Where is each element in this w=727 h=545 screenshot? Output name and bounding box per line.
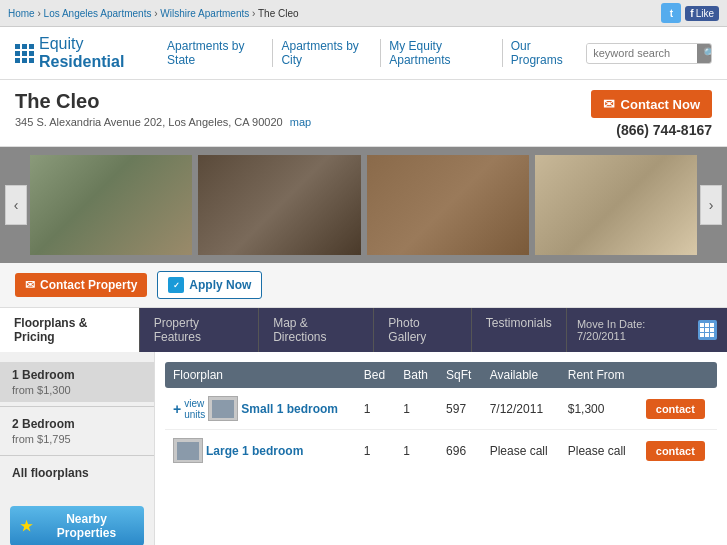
tab-map[interactable]: Map & Directions bbox=[259, 308, 374, 352]
row2-floorplan: Large 1 bedroom bbox=[165, 430, 356, 472]
search-input[interactable] bbox=[587, 44, 697, 62]
main-content: 1 Bedroom from $1,300 2 Bedroom from $1,… bbox=[0, 352, 727, 545]
tab-testimonials[interactable]: Testimonials bbox=[472, 308, 567, 352]
move-in-label: Move In Date: 7/20/2011 bbox=[577, 318, 693, 342]
row1-bed: 1 bbox=[356, 388, 395, 430]
unit-thumb-2 bbox=[173, 438, 203, 463]
action-buttons-bar: ✉ Contact Property ✓ Apply Now bbox=[0, 263, 727, 308]
floorplans-table: Floorplan Bed Bath SqFt Available Rent F… bbox=[165, 362, 717, 471]
nav-by-city[interactable]: Apartments by City bbox=[273, 39, 381, 67]
sidebar-1bed[interactable]: 1 Bedroom from $1,300 bbox=[0, 362, 154, 402]
table-row: Large 1 bedroom 1 1 696 Please call Plea… bbox=[165, 430, 717, 472]
breadcrumb-wilshire[interactable]: Wilshire Apartments bbox=[160, 8, 249, 19]
logo: Equity Residential bbox=[15, 35, 159, 71]
sidebar-all-floorplans[interactable]: All floorplans bbox=[0, 460, 154, 488]
row1-bath: 1 bbox=[395, 388, 438, 430]
row2-rent: Please call bbox=[560, 430, 638, 472]
plus-icon-1[interactable]: + bbox=[173, 401, 181, 417]
row2-bath: 1 bbox=[395, 430, 438, 472]
nav-by-state[interactable]: Apartments by State bbox=[159, 39, 273, 67]
row2-available: Please call bbox=[482, 430, 560, 472]
nearby-label: Nearby Properties bbox=[39, 512, 134, 540]
floorplan-link-2[interactable]: Large 1 bedroom bbox=[206, 444, 303, 458]
breadcrumb-current: The Cleo bbox=[258, 8, 299, 19]
star-icon: ★ bbox=[20, 518, 33, 534]
gallery-photo-4[interactable] bbox=[535, 155, 697, 255]
gallery-prev-button[interactable]: ‹ bbox=[5, 185, 27, 225]
top-bar: Home › Los Angeles Apartments › Wilshire… bbox=[0, 0, 727, 27]
nearby-properties-button[interactable]: ★ Nearby Properties bbox=[10, 506, 144, 545]
facebook-f: f bbox=[690, 8, 693, 19]
sidebar-1bed-price: from $1,300 bbox=[12, 384, 142, 396]
sidebar-2bed-title: 2 Bedroom bbox=[12, 417, 142, 431]
view-units-1: + viewunits Small 1 bedroom bbox=[173, 396, 348, 421]
contact-button-1[interactable]: contact bbox=[646, 399, 705, 419]
view-units-2: Large 1 bedroom bbox=[173, 438, 348, 463]
property-info: The Cleo 345 S. Alexandria Avenue 202, L… bbox=[15, 90, 311, 128]
nav-my-equity[interactable]: My Equity Apartments bbox=[381, 39, 503, 67]
floorplan-link-1[interactable]: Small 1 bedroom bbox=[241, 402, 338, 416]
gallery-next-button[interactable]: › bbox=[700, 185, 722, 225]
view-label-1: viewunits bbox=[184, 398, 205, 420]
tab-floorplans[interactable]: Floorplans & Pricing bbox=[0, 308, 140, 352]
table-row: + viewunits Small 1 bedroom 1 1 597 7/12… bbox=[165, 388, 717, 430]
sidebar-divider-2 bbox=[0, 455, 154, 456]
nav-programs[interactable]: Our Programs bbox=[503, 39, 586, 67]
calendar-icon[interactable] bbox=[698, 320, 717, 340]
contact-property-button[interactable]: ✉ Contact Property bbox=[15, 273, 147, 297]
col-available: Available bbox=[482, 362, 560, 388]
phone-number: (866) 744-8167 bbox=[591, 122, 712, 138]
facebook-like-button[interactable]: f Like bbox=[685, 6, 719, 21]
gallery-photo-2[interactable] bbox=[198, 155, 360, 255]
sidebar-divider-1 bbox=[0, 406, 154, 407]
col-bed: Bed bbox=[356, 362, 395, 388]
site-header: Equity Residential Apartments by State A… bbox=[0, 27, 727, 80]
breadcrumb-home[interactable]: Home bbox=[8, 8, 35, 19]
logo-text: Equity Residential bbox=[39, 35, 159, 71]
apply-icon: ✓ bbox=[168, 277, 184, 293]
search-box: 🔍 bbox=[586, 43, 712, 64]
search-button[interactable]: 🔍 bbox=[697, 44, 712, 63]
breadcrumb-la[interactable]: Los Angeles Apartments bbox=[44, 8, 152, 19]
col-sqft: SqFt bbox=[438, 362, 482, 388]
col-rent: Rent From bbox=[560, 362, 638, 388]
social-bar: t f Like bbox=[661, 3, 719, 23]
twitter-icon[interactable]: t bbox=[661, 3, 681, 23]
map-link[interactable]: map bbox=[290, 116, 311, 128]
sidebar-all-label: All floorplans bbox=[12, 466, 142, 480]
row2-sqft: 696 bbox=[438, 430, 482, 472]
col-floorplan: Floorplan bbox=[165, 362, 356, 388]
row1-floorplan: + viewunits Small 1 bedroom bbox=[165, 388, 356, 430]
breadcrumb: Home › Los Angeles Apartments › Wilshire… bbox=[8, 8, 299, 19]
contact-now-label: Contact Now bbox=[621, 97, 700, 112]
main-nav: Apartments by State Apartments by City M… bbox=[159, 39, 586, 67]
photo-gallery-strip: ‹ › bbox=[0, 147, 727, 263]
sidebar: 1 Bedroom from $1,300 2 Bedroom from $1,… bbox=[0, 352, 155, 545]
like-label: Like bbox=[696, 8, 714, 19]
sidebar-1bed-title: 1 Bedroom bbox=[12, 368, 142, 382]
tabs-bar: Floorplans & Pricing Property Features M… bbox=[0, 308, 727, 352]
row2-bed: 1 bbox=[356, 430, 395, 472]
unit-thumb-1 bbox=[208, 396, 238, 421]
property-address: 345 S. Alexandria Avenue 202, Los Angele… bbox=[15, 116, 311, 128]
sidebar-2bed[interactable]: 2 Bedroom from $1,795 bbox=[0, 411, 154, 451]
tab-features[interactable]: Property Features bbox=[140, 308, 260, 352]
gallery-photo-3[interactable] bbox=[367, 155, 529, 255]
contact-property-label: Contact Property bbox=[40, 278, 137, 292]
row1-action: contact bbox=[638, 388, 717, 430]
tabs: Floorplans & Pricing Property Features M… bbox=[0, 308, 567, 352]
tab-photos[interactable]: Photo Gallery bbox=[374, 308, 472, 352]
table-header-row: Floorplan Bed Bath SqFt Available Rent F… bbox=[165, 362, 717, 388]
gallery-photo-1[interactable] bbox=[30, 155, 192, 255]
sidebar-2bed-price: from $1,795 bbox=[12, 433, 142, 445]
contact-button-2[interactable]: contact bbox=[646, 441, 705, 461]
envelope-icon: ✉ bbox=[603, 96, 615, 112]
property-header: The Cleo 345 S. Alexandria Avenue 202, L… bbox=[0, 80, 727, 147]
contact-block: ✉ Contact Now (866) 744-8167 bbox=[591, 90, 712, 138]
col-bath: Bath bbox=[395, 362, 438, 388]
row2-action: contact bbox=[638, 430, 717, 472]
contact-property-icon: ✉ bbox=[25, 278, 35, 292]
floorplans-area: Floorplan Bed Bath SqFt Available Rent F… bbox=[155, 352, 727, 545]
contact-now-button[interactable]: ✉ Contact Now bbox=[591, 90, 712, 118]
apply-now-button[interactable]: ✓ Apply Now bbox=[157, 271, 262, 299]
